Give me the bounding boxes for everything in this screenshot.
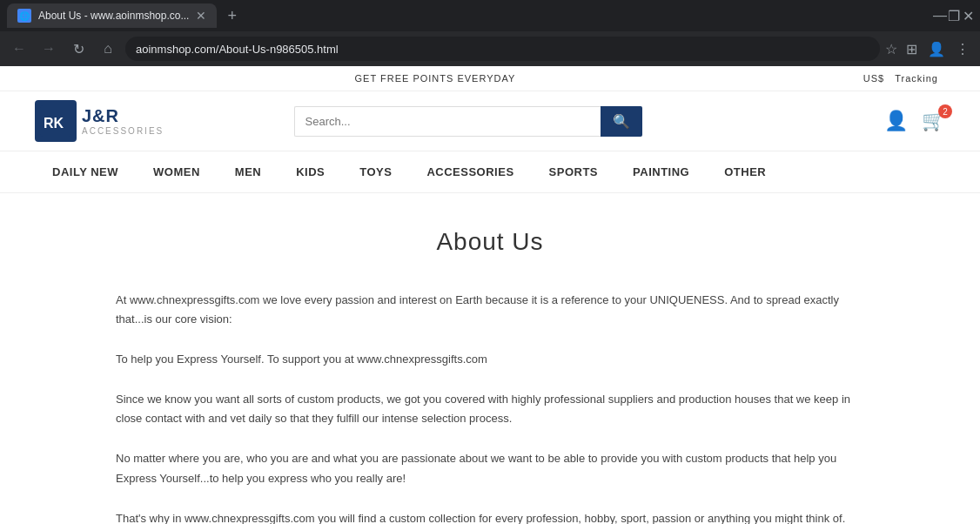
nav-item-painting[interactable]: PAINTING — [615, 151, 707, 192]
tab-title: About Us - www.aoinmshop.co... — [38, 10, 189, 22]
extensions-icon[interactable]: ⊞ — [903, 37, 921, 61]
svg-text:RK: RK — [44, 116, 64, 131]
back-button[interactable]: ← — [7, 37, 31, 61]
currency-selector[interactable]: US$ — [863, 73, 884, 84]
about-paragraph-5: That's why in www.chnexpressgifts.com yo… — [116, 509, 864, 524]
browser-tab[interactable]: 🌐 About Us - www.aoinmshop.co... ✕ — [7, 3, 217, 28]
logo-text: J&R — [82, 106, 164, 126]
site-header: RK J&R ACCESSORIES 🔍 👤 🛒 2 — [0, 91, 980, 151]
close-button[interactable]: ✕ — [963, 10, 973, 21]
window-controls: — ❐ ✕ — [935, 10, 973, 21]
tab-favicon: 🌐 — [17, 9, 31, 23]
address-input[interactable] — [125, 37, 880, 61]
browser-chrome: 🌐 About Us - www.aoinmshop.co... ✕ + — ❐… — [0, 0, 980, 31]
minimize-button[interactable]: — — [935, 10, 945, 21]
nav-item-women[interactable]: WOMEN — [136, 151, 218, 192]
promo-bar: GET FREE POINTS EVERYDAY US$ Tracking — [0, 66, 980, 91]
toolbar-icons: ⊞ 👤 ⋮ — [903, 37, 973, 61]
site-nav: Daily New WOMEN MEN KIDS TOYS ACCESSORIE… — [0, 151, 980, 193]
cart-icon[interactable]: 🛒 2 — [922, 110, 945, 132]
nav-item-daily-new[interactable]: Daily New — [35, 151, 136, 192]
nav-item-kids[interactable]: KIDS — [279, 151, 342, 192]
nav-item-accessories[interactable]: ACCESSORIES — [409, 151, 531, 192]
bookmark-icon[interactable]: ☆ — [885, 41, 897, 57]
main-content: About Us At www.chnexpressgifts.com we l… — [98, 193, 882, 524]
tracking-link[interactable]: Tracking — [895, 73, 938, 84]
nav-item-toys[interactable]: TOYS — [342, 151, 409, 192]
reload-button[interactable]: ↻ — [66, 37, 91, 61]
address-bar: ← → ↻ ⌂ ☆ ⊞ 👤 ⋮ — [0, 31, 980, 66]
nav-item-sports[interactable]: SPORTS — [532, 151, 615, 192]
account-icon[interactable]: 👤 — [884, 110, 908, 132]
search-container: 🔍 — [294, 106, 642, 137]
profile-icon[interactable]: 👤 — [924, 37, 949, 61]
page-title: About Us — [116, 228, 864, 256]
about-paragraph-3: Since we know you want all sorts of cust… — [116, 390, 864, 428]
logo-subtext: ACCESSORIES — [82, 126, 164, 136]
header-icons: 👤 🛒 2 — [884, 110, 945, 132]
nav-item-other[interactable]: OTHER — [707, 151, 783, 192]
search-input[interactable] — [294, 106, 601, 137]
menu-icon[interactable]: ⋮ — [952, 37, 973, 61]
promo-text: GET FREE POINTS EVERYDAY — [355, 73, 516, 84]
search-button[interactable]: 🔍 — [601, 106, 642, 137]
logo-icon: RK — [35, 100, 77, 142]
nav-item-men[interactable]: MEN — [218, 151, 279, 192]
about-paragraph-1: At www.chnexpressgifts.com we love every… — [116, 291, 864, 329]
new-tab-button[interactable]: + — [224, 3, 240, 29]
restore-button[interactable]: ❐ — [949, 10, 959, 21]
tab-close-btn[interactable]: ✕ — [196, 9, 206, 23]
about-paragraph-4: No matter where you are, who you are and… — [116, 449, 864, 487]
about-paragraph-2: To help you Express Yourself. To support… — [116, 350, 864, 369]
home-button[interactable]: ⌂ — [96, 37, 120, 61]
forward-button[interactable]: → — [37, 37, 61, 61]
logo[interactable]: RK J&R ACCESSORIES — [35, 100, 164, 142]
cart-badge: 2 — [938, 104, 952, 118]
